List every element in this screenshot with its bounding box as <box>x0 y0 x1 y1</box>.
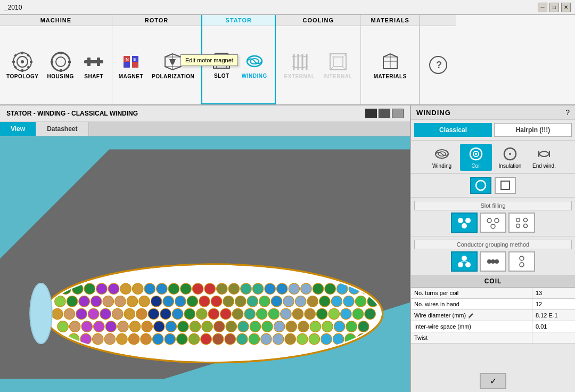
svg-rect-4 <box>21 69 23 72</box>
main-toolbar: MACHINE <box>0 15 575 105</box>
coil-val-turns[interactable]: 13 <box>532 288 575 298</box>
svg-point-104 <box>331 296 342 307</box>
svg-point-129 <box>305 308 316 320</box>
svg-point-62 <box>144 283 155 295</box>
svg-point-144 <box>166 321 177 332</box>
coil-val-wires[interactable]: 12 <box>532 299 575 309</box>
svg-point-64 <box>168 283 179 295</box>
winding-toolbar-button[interactable]: WINDING <box>239 48 270 81</box>
right-panel-help[interactable]: ? <box>565 108 570 117</box>
square-shape-btn[interactable] <box>495 177 516 194</box>
coil-row-diameter: Wire diameter (mm) 8.12 E-1 <box>411 310 575 321</box>
end-winding-subtab-label: End wind. <box>532 163 556 169</box>
svg-point-130 <box>316 308 327 320</box>
shaft-button[interactable]: SHAFT <box>79 49 109 81</box>
svg-point-154 <box>286 321 297 332</box>
svg-point-120 <box>196 308 208 320</box>
svg-rect-15 <box>51 61 53 63</box>
polarization-tooltip: Edit motor magnet <box>180 54 238 66</box>
end-winding-subtab-icon <box>536 146 552 162</box>
classical-tab[interactable]: Classical <box>414 123 492 137</box>
svg-point-105 <box>343 296 355 307</box>
svg-point-199 <box>458 218 463 223</box>
svg-point-91 <box>175 296 186 307</box>
winding-subtab[interactable]: Winding <box>426 144 458 171</box>
svg-point-99 <box>271 296 282 307</box>
svg-point-2 <box>21 60 24 63</box>
view-mode-light[interactable] <box>392 109 404 118</box>
svg-point-113 <box>112 308 123 320</box>
topology-button[interactable]: TOPOLOGY <box>3 49 42 81</box>
close-button[interactable]: ✕ <box>561 3 571 12</box>
polarization-button[interactable]: Edit motor magnet POLARIZATION <box>149 49 198 81</box>
check-row: ✓ <box>411 370 575 392</box>
check-button[interactable]: ✓ <box>480 373 506 389</box>
svg-point-218 <box>520 263 524 267</box>
svg-point-178 <box>273 333 284 345</box>
coil-val-spacing[interactable]: 0.01 <box>532 321 575 332</box>
winding-type-tabs: Classical Hairpin (!!!) <box>411 120 575 141</box>
rotor-section-header: ROTOR <box>112 15 201 26</box>
svg-point-61 <box>132 283 143 295</box>
end-winding-subtab[interactable]: End wind. <box>528 144 560 171</box>
svg-point-97 <box>247 296 258 307</box>
winding-subtab-label: Winding <box>432 163 451 169</box>
conductor-group-btn-1[interactable] <box>451 251 478 272</box>
svg-point-101 <box>295 296 306 307</box>
view-tab[interactable]: View <box>0 122 36 136</box>
svg-point-131 <box>328 308 340 320</box>
svg-point-165 <box>117 333 128 345</box>
svg-point-132 <box>341 308 352 320</box>
svg-point-159 <box>346 321 357 332</box>
hairpin-tab[interactable]: Hairpin (!!!) <box>494 123 572 137</box>
svg-point-136 <box>69 321 80 332</box>
app-title: _2010 <box>4 4 22 11</box>
help-button[interactable]: ? <box>423 52 453 79</box>
cooling-section: COOLING EXTERNAL <box>276 15 361 104</box>
svg-point-203 <box>495 218 499 223</box>
stator-section-header: STATOR <box>202 15 275 26</box>
svg-point-139 <box>105 321 117 332</box>
maximize-button[interactable]: □ <box>549 3 559 12</box>
svg-point-118 <box>172 308 183 320</box>
minimize-button[interactable]: ─ <box>538 3 547 12</box>
coil-val-twist[interactable] <box>532 332 575 343</box>
rotor-section: ROTOR N S MAGNET <box>112 15 202 104</box>
coil-subtab[interactable]: Coil <box>460 144 492 171</box>
materials-section: MATERIALS MATERIALS <box>361 15 420 104</box>
right-panel-header: WINDING ? <box>411 105 575 120</box>
view-mode-dark1[interactable] <box>365 109 377 118</box>
materials-label: MATERIALS <box>374 74 407 79</box>
svg-point-137 <box>81 321 93 332</box>
external-icon <box>289 51 310 72</box>
housing-button[interactable]: HOUSING <box>44 49 77 81</box>
svg-point-60 <box>120 283 132 295</box>
insulation-subtab[interactable]: Insulation <box>494 144 526 171</box>
slot-fill-btn-1[interactable] <box>451 213 478 233</box>
svg-point-90 <box>163 296 174 307</box>
svg-point-128 <box>292 308 303 320</box>
svg-point-168 <box>152 333 163 345</box>
circle-shape-btn[interactable] <box>470 177 491 194</box>
svg-point-84 <box>91 296 102 307</box>
datasheet-tab[interactable]: Datasheet <box>36 122 88 136</box>
view-mode-dark2[interactable] <box>379 109 390 118</box>
magnet-button[interactable]: N S MAGNET <box>116 49 146 81</box>
svg-point-140 <box>118 321 129 332</box>
external-button[interactable]: EXTERNAL <box>281 49 318 81</box>
slot-fill-btn-3[interactable] <box>508 213 535 233</box>
winding-subtab-icon <box>434 146 450 162</box>
conductor-group-btn-2[interactable] <box>480 251 506 272</box>
coil-val-diameter[interactable]: 8.12 E-1 <box>532 310 575 321</box>
internal-button[interactable]: INTERNAL <box>320 49 356 81</box>
svg-point-141 <box>129 321 141 332</box>
svg-point-205 <box>516 218 520 222</box>
materials-button[interactable]: MATERIALS <box>371 49 410 81</box>
svg-point-74 <box>289 283 300 295</box>
svg-point-206 <box>524 218 528 222</box>
svg-point-145 <box>178 321 189 332</box>
slot-fill-btn-2[interactable] <box>480 213 506 233</box>
conductor-group-btn-3[interactable] <box>508 251 535 272</box>
svg-point-11 <box>52 53 70 71</box>
svg-point-106 <box>355 296 366 307</box>
